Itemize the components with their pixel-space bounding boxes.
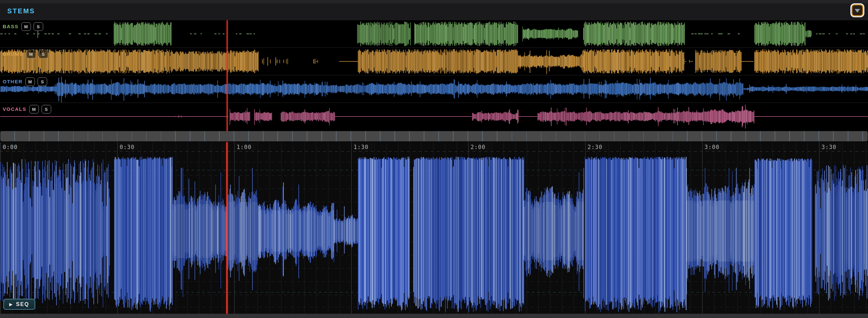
time-label: 3:00 <box>703 143 724 151</box>
bass-solo-button[interactable]: S <box>34 22 43 31</box>
vocals-waveform[interactable] <box>0 103 868 130</box>
track-head: VOCALS M S <box>3 105 51 113</box>
triangle-down-icon <box>855 9 860 12</box>
drums-mute-button[interactable]: M <box>26 50 36 59</box>
track-label-other: OTHER <box>3 77 23 86</box>
track-vocals: VOCALS M S <box>0 103 868 130</box>
track-drums: DRUMS M S <box>0 48 868 75</box>
track-label-drums: DRUMS <box>3 50 24 59</box>
overview-scrollbar[interactable] <box>0 131 868 141</box>
track-other: OTHER M S <box>0 75 868 103</box>
bass-waveform[interactable] <box>0 20 868 47</box>
vocals-solo-button[interactable]: S <box>41 105 51 113</box>
playhead <box>226 142 228 314</box>
time-label: 1:30 <box>352 143 373 151</box>
other-solo-button[interactable]: S <box>37 77 47 86</box>
time-label: 1:00 <box>235 143 256 151</box>
track-head: DRUMS M S <box>3 50 48 59</box>
main-waveform[interactable] <box>0 142 868 314</box>
track-label-vocals: VOCALS <box>3 105 27 113</box>
time-label: 0:30 <box>118 143 139 151</box>
stems-title: STEMS <box>7 7 35 15</box>
stems-window: STEMS BASS M S DRUMS M S OTHER <box>0 0 868 318</box>
top-bar: STEMS <box>0 0 868 20</box>
track-bass: BASS M S <box>0 20 868 48</box>
seq-button[interactable]: ▶ SEQ <box>3 299 35 310</box>
vocals-mute-button[interactable]: M <box>29 105 39 113</box>
playhead-stems <box>227 20 228 131</box>
track-head: BASS M S <box>3 22 43 31</box>
scrollbar-zone <box>0 130 868 142</box>
time-label: 0:00 <box>1 143 22 151</box>
collapse-panel-button[interactable] <box>851 4 863 16</box>
other-mute-button[interactable]: M <box>25 77 35 86</box>
bass-mute-button[interactable]: M <box>21 22 31 31</box>
stem-tracks-panel: BASS M S DRUMS M S OTHER M S VOCALS <box>0 20 868 130</box>
other-waveform[interactable] <box>0 75 868 103</box>
drums-solo-button[interactable]: S <box>38 50 48 59</box>
drums-waveform[interactable] <box>0 48 868 75</box>
time-label: 2:00 <box>469 143 490 151</box>
bottom-bar <box>0 314 868 318</box>
play-icon: ▶ <box>9 302 13 307</box>
main-waveform-panel: 0:000:301:001:302:002:303:003:30 ▶ SEQ <box>0 142 868 314</box>
time-label: 3:30 <box>820 143 841 151</box>
track-label-bass: BASS <box>3 22 19 31</box>
seq-button-label: SEQ <box>16 302 29 307</box>
time-label: 2:30 <box>586 143 607 151</box>
track-head: OTHER M S <box>3 77 47 86</box>
